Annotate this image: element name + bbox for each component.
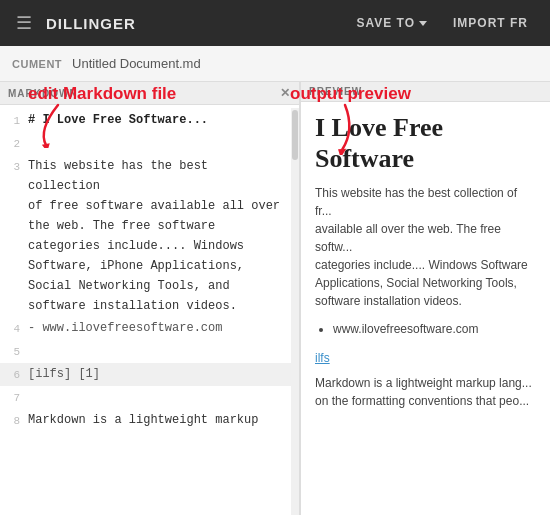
line-content-2 [28, 133, 35, 153]
line-num-8: 8 [0, 410, 28, 431]
line-num-3: 3 [0, 156, 28, 177]
import-button[interactable]: IMPORT FR [443, 10, 538, 36]
line-content-8: Markdown is a lightweight markup [28, 410, 258, 430]
hamburger-icon[interactable]: ☰ [12, 8, 36, 38]
code-line-5: 5 [0, 340, 299, 363]
line-content-1: # I Love Free Software... [28, 110, 208, 130]
editor-scroll-thumb [292, 110, 298, 160]
code-line-1: 1 # I Love Free Software... [0, 109, 299, 132]
navbar-right: SAVE TO IMPORT FR [346, 10, 538, 36]
editor-header: MARKDOWN ✕ [0, 82, 299, 105]
subheader: CUMENT Untitled Document.md [0, 46, 550, 82]
line-num-1: 1 [0, 110, 28, 131]
save-to-button[interactable]: SAVE TO [346, 10, 437, 36]
code-line-2: 2 [0, 132, 299, 155]
editor-scrollbar[interactable] [291, 108, 299, 515]
line-num-4: 4 [0, 318, 28, 339]
preview-paragraph-2: Markdown is a lightweight markup lang...… [315, 374, 536, 410]
preview-header: PREVIEW [300, 82, 550, 102]
code-line-6: 6 [ilfs] [1] [0, 363, 299, 386]
expand-icon[interactable]: ✕ [280, 86, 291, 100]
document-filename[interactable]: Untitled Document.md [72, 56, 201, 71]
brand-title: DILLINGER [46, 15, 136, 32]
code-line-7: 7 [0, 386, 299, 409]
preview-link[interactable]: ilfs [315, 351, 330, 365]
line-num-2: 2 [0, 133, 28, 154]
line-num-7: 7 [0, 387, 28, 408]
line-num-6: 6 [0, 364, 28, 385]
navbar: ☰ DILLINGER SAVE TO IMPORT FR [0, 0, 550, 46]
line-content-7 [28, 387, 35, 407]
preview-paragraph-1: This website has the best collection of … [315, 184, 536, 310]
preview-heading: I Love Free Software [315, 112, 536, 174]
document-section-label: CUMENT [12, 58, 62, 70]
preview-body[interactable]: I Love Free Software This website has th… [300, 102, 550, 515]
line-content-5 [28, 341, 35, 361]
markdown-section-label: MARKDOWN [8, 88, 78, 99]
line-content-4: - www.ilovefreesoftware.com [28, 318, 222, 338]
preview-panel: PREVIEW I Love Free Software This websit… [300, 82, 550, 515]
preview-section-label: PREVIEW [309, 86, 362, 97]
preview-list-item: www.ilovefreesoftware.com [333, 320, 536, 338]
import-label: IMPORT FR [453, 16, 528, 30]
chevron-down-icon [419, 21, 427, 26]
code-line-4: 4 - www.ilovefreesoftware.com [0, 317, 299, 340]
editor-panel: MARKDOWN ✕ 1 # I Love Free Software... 2… [0, 82, 300, 515]
code-line-3: 3 This website has the best collectionof… [0, 155, 299, 317]
preview-list: www.ilovefreesoftware.com [333, 320, 536, 338]
line-content-6: [ilfs] [1] [28, 364, 100, 384]
line-content-3: This website has the best collectionof f… [28, 156, 283, 316]
code-line-8: 8 Markdown is a lightweight markup [0, 409, 299, 432]
line-num-5: 5 [0, 341, 28, 362]
main-area: edit Markdown file output preview MARKDO… [0, 82, 550, 515]
editor-body[interactable]: 1 # I Love Free Software... 2 3 This web… [0, 105, 299, 515]
code-lines: 1 # I Love Free Software... 2 3 This web… [0, 105, 299, 436]
navbar-left: ☰ DILLINGER [12, 8, 136, 38]
save-to-label: SAVE TO [356, 16, 415, 30]
